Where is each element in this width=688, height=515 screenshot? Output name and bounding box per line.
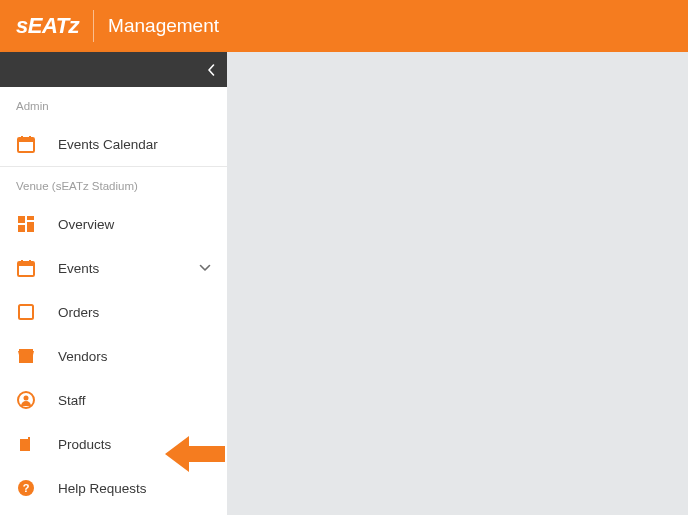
svg-rect-3 <box>29 136 31 139</box>
svg-rect-7 <box>18 225 25 232</box>
sidebar-item-products[interactable]: Products <box>0 422 227 466</box>
calendar-icon <box>16 258 36 278</box>
svg-rect-6 <box>27 222 34 232</box>
svg-rect-9 <box>18 262 34 266</box>
header-divider <box>93 10 94 42</box>
sidebar-section-label-admin: Admin <box>0 87 227 122</box>
svg-point-17 <box>24 396 29 401</box>
chevron-down-icon <box>199 264 211 272</box>
sidebar-item-label: Overview <box>58 217 114 232</box>
sidebar-item-events[interactable]: Events <box>0 246 227 290</box>
logo[interactable]: sEATz <box>0 0 93 52</box>
products-icon <box>16 434 36 454</box>
main-content <box>227 52 688 515</box>
sidebar-item-label: Help Requests <box>58 481 147 496</box>
store-icon <box>16 346 36 366</box>
sidebar-item-label: Vendors <box>58 349 108 364</box>
staff-icon <box>16 390 36 410</box>
page-title: Management <box>108 15 219 37</box>
sidebar-section-label-venue: Venue (sEATz Stadium) <box>0 167 227 202</box>
sidebar-item-label: Orders <box>58 305 99 320</box>
sidebar-collapse-button[interactable] <box>0 52 227 87</box>
sidebar-item-help-requests[interactable]: ? Help Requests <box>0 466 227 510</box>
help-icon: ? <box>16 478 36 498</box>
svg-rect-13 <box>22 308 31 317</box>
sidebar: Admin Events Calendar Venue (sEATz Stadi… <box>0 52 227 515</box>
sidebar-item-label: Events <box>58 261 99 276</box>
svg-rect-10 <box>21 260 23 263</box>
svg-rect-2 <box>21 136 23 139</box>
calendar-icon <box>16 134 36 154</box>
app-header: sEATz Management <box>0 0 688 52</box>
logo-text: sEATz <box>16 13 79 39</box>
svg-rect-4 <box>18 216 25 223</box>
svg-rect-11 <box>29 260 31 263</box>
svg-rect-5 <box>27 216 34 220</box>
svg-rect-15 <box>19 349 33 351</box>
sidebar-item-vendors[interactable]: Vendors <box>0 334 227 378</box>
sidebar-item-overview[interactable]: Overview <box>0 202 227 246</box>
svg-rect-14 <box>19 355 33 363</box>
svg-rect-20 <box>20 439 30 441</box>
sidebar-item-label: Events Calendar <box>58 137 158 152</box>
sidebar-item-label: Products <box>58 437 111 452</box>
svg-text:?: ? <box>23 482 30 494</box>
sidebar-item-events-calendar[interactable]: Events Calendar <box>0 122 227 166</box>
sidebar-item-orders[interactable]: Orders <box>0 290 227 334</box>
sidebar-item-label: Staff <box>58 393 86 408</box>
orders-icon <box>16 302 36 322</box>
chevron-left-icon <box>207 64 215 76</box>
dashboard-icon <box>16 214 36 234</box>
svg-rect-1 <box>18 138 34 142</box>
sidebar-item-staff[interactable]: Staff <box>0 378 227 422</box>
